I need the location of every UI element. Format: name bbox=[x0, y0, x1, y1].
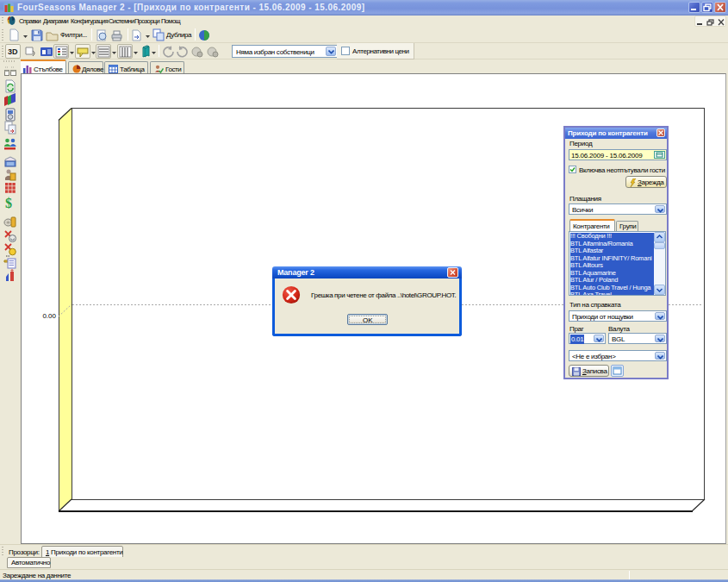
svg-text:$: $ bbox=[5, 196, 12, 210]
svg-text:0.00: 0.00 bbox=[42, 312, 56, 320]
